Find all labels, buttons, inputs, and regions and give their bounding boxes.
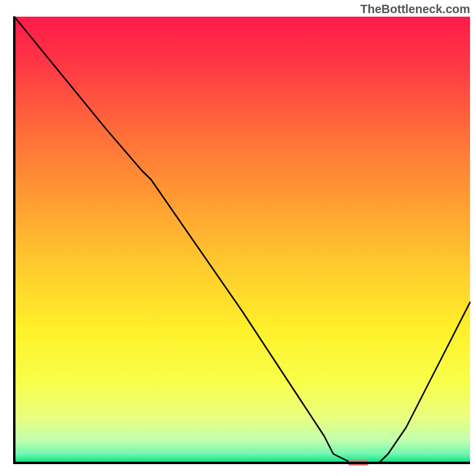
chart-svg xyxy=(0,0,476,476)
bottleneck-chart: TheBottleneck.com xyxy=(0,0,476,476)
watermark-text: TheBottleneck.com xyxy=(361,2,470,16)
plot-background xyxy=(14,17,470,463)
